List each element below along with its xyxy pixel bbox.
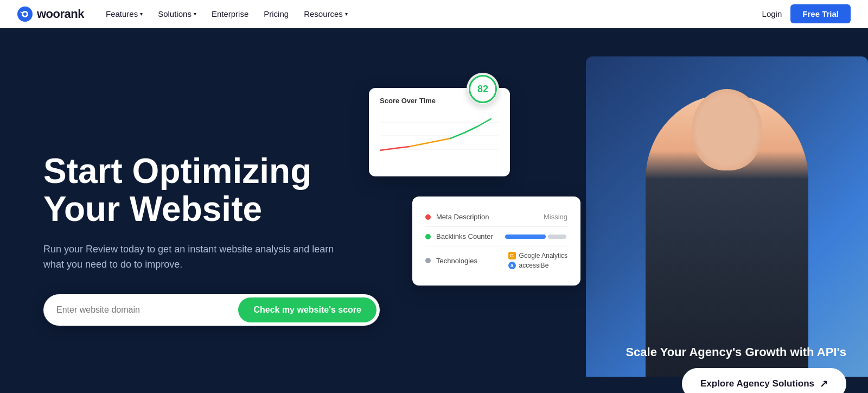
meta-description-value: Missing <box>544 213 567 221</box>
hero-subtitle: Run your Review today to get an instant … <box>43 242 347 273</box>
chevron-down-icon: ▾ <box>140 11 143 17</box>
ga-icon: G <box>508 252 516 259</box>
score-badge: 82 <box>467 73 499 105</box>
ga-label: Google Analytics <box>519 252 567 259</box>
acc-label: accessiBe <box>519 262 549 269</box>
acc-icon: a <box>508 262 516 269</box>
logo-text: woorank <box>37 7 84 21</box>
nav-features[interactable]: Features ▾ <box>106 9 143 18</box>
search-bar: Check my website's score <box>43 294 380 326</box>
free-trial-button[interactable]: Free Trial <box>790 4 851 23</box>
nav-resources[interactable]: Resources ▾ <box>304 9 348 18</box>
backlinks-bar-fill <box>505 234 546 239</box>
chevron-down-icon: ▾ <box>345 11 348 17</box>
tech-item-ga: G Google Analytics <box>508 252 567 259</box>
nav-links: Features ▾ Solutions ▾ Enterprise Pricin… <box>106 9 762 18</box>
nav-enterprise[interactable]: Enterprise <box>212 9 248 18</box>
search-input[interactable] <box>56 305 238 315</box>
explore-agency-label: Explore Agency Solutions <box>700 378 814 389</box>
chevron-down-icon: ▾ <box>194 11 196 17</box>
hero-right: 82 Score Over Time <box>380 28 868 393</box>
logo[interactable]: woorank <box>17 7 84 22</box>
person-photo <box>586 56 868 377</box>
navbar: woorank Features ▾ Solutions ▾ Enterpris… <box>0 0 868 28</box>
agency-cta-title: Scale Your Agency's Growth with API's <box>626 345 846 359</box>
details-card: Meta Description Missing Backlinks Count… <box>412 196 580 286</box>
backlinks-bar-bg <box>548 234 567 239</box>
check-score-button[interactable]: Check my website's score <box>238 297 376 322</box>
detail-row-meta: Meta Description Missing <box>425 207 567 227</box>
nav-pricing[interactable]: Pricing <box>264 9 289 18</box>
nav-actions: Login Free Trial <box>762 4 851 23</box>
status-dot-ok <box>425 234 431 239</box>
status-dot-error <box>425 214 431 220</box>
explore-agency-button[interactable]: Explore Agency Solutions ↗ <box>682 368 846 393</box>
meta-description-label: Meta Description <box>436 213 544 221</box>
score-chart <box>380 111 499 166</box>
login-button[interactable]: Login <box>762 9 782 18</box>
backlinks-bar-container <box>505 234 567 239</box>
agency-cta: Scale Your Agency's Growth with API's Ex… <box>626 345 846 393</box>
detail-row-backlinks: Backlinks Counter <box>425 227 567 246</box>
score-over-time-card: 82 Score Over Time <box>369 88 510 176</box>
nav-solutions[interactable]: Solutions ▾ <box>158 9 196 18</box>
technologies-label: Technologies <box>436 257 502 265</box>
backlinks-label: Backlinks Counter <box>436 232 499 240</box>
arrow-icon: ↗ <box>820 378 828 390</box>
tech-icons: G Google Analytics a accessiBe <box>508 252 567 269</box>
detail-row-tech: Technologies G Google Analytics a access… <box>425 246 567 275</box>
score-value: 82 <box>469 75 497 103</box>
tech-item-accesibe: a accessiBe <box>508 262 567 269</box>
status-dot-neutral <box>425 258 431 263</box>
hero-left: Start Optimizing Your Website Run your R… <box>0 28 380 393</box>
hero-section: Start Optimizing Your Website Run your R… <box>0 28 868 393</box>
hero-title: Start Optimizing Your Website <box>43 152 380 229</box>
